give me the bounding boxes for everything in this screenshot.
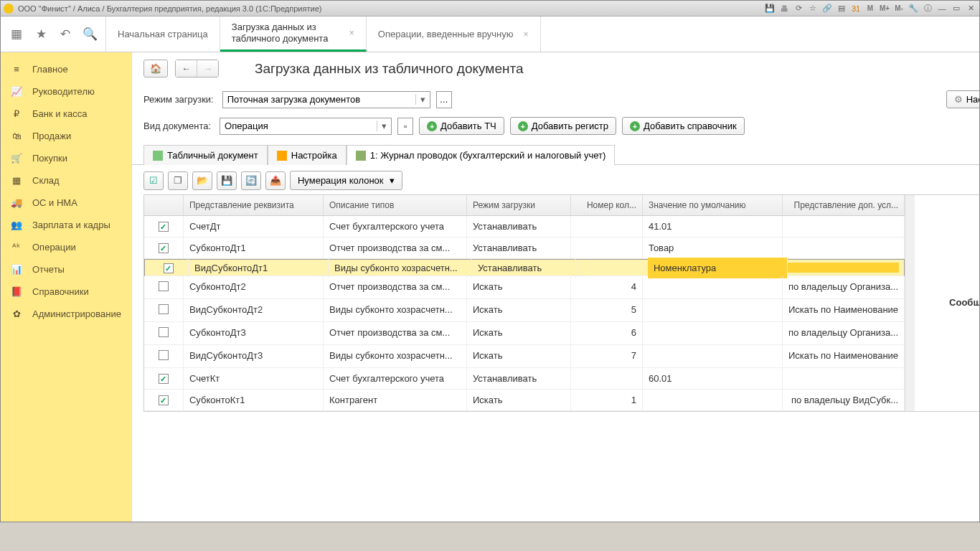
col-condition[interactable]: Представление доп. усл... <box>783 195 905 215</box>
col-mode[interactable]: Режим загрузки <box>467 195 571 215</box>
sidebar-item-8[interactable]: ᴬᵏОперации <box>1 236 131 258</box>
row-checkbox[interactable]: ✓ <box>159 395 169 405</box>
table-row[interactable]: ✓ВидСубконтоДт1Виды субконто хозрасчетн.… <box>144 259 905 276</box>
print-icon[interactable]: 🖶 <box>778 3 790 14</box>
add-tch-button[interactable]: +Добавить ТЧ <box>419 117 504 135</box>
sidebar-label: Зарплата и кадры <box>32 220 110 230</box>
add-directory-button[interactable]: +Добавить справочник <box>622 117 745 135</box>
row-checkbox[interactable] <box>159 327 169 337</box>
col-number[interactable]: Номер кол... <box>571 195 643 215</box>
sidebar-item-2[interactable]: ₽Банк и касса <box>1 103 131 125</box>
table-row[interactable]: ВидСубконтоДт3Виды субконто хозрасчетн..… <box>144 345 905 368</box>
settings-button[interactable]: ⚙Настройка <box>946 90 979 108</box>
calc-icon[interactable]: ▤ <box>836 3 847 14</box>
table-row[interactable]: ВидСубконтоДт2Виды субконто хозрасчетн..… <box>144 299 905 322</box>
row-checkbox[interactable]: ✓ <box>159 243 169 253</box>
sidebar-item-6[interactable]: 🚚ОС и НМА <box>1 192 131 214</box>
tab-close-icon[interactable]: × <box>349 28 354 38</box>
sidebar-item-10[interactable]: 📕Справочники <box>1 281 131 303</box>
sidebar: ≡Главное📈Руководителю₽Банк и касса🛍Прода… <box>1 52 131 522</box>
sidebar-item-7[interactable]: 👥Зарплата и кадры <box>1 214 131 236</box>
column-numbering-button[interactable]: Нумерация колонок▾ <box>290 171 402 190</box>
doc-select[interactable]: Операция ▾ <box>220 118 392 135</box>
subtab-settings[interactable]: Настройка <box>268 145 347 165</box>
apps-icon[interactable]: ▦ <box>9 27 24 42</box>
favorite-icon[interactable]: ★ <box>34 27 48 42</box>
sidebar-icon: 🛒 <box>11 153 22 164</box>
tab-close-icon[interactable]: × <box>524 29 529 39</box>
chevron-down-icon: ▾ <box>390 175 395 186</box>
mminus-button[interactable]: M- <box>893 3 905 14</box>
tab-load-data[interactable]: Загрузка данных из табличного документа … <box>220 17 367 52</box>
export-button[interactable]: 📤 <box>265 171 286 190</box>
doc-open-button[interactable]: ▫ <box>397 118 413 135</box>
subtab-journal[interactable]: 1: Журнал проводок (бухгалтерский и нало… <box>347 145 616 165</box>
link-icon[interactable]: 🔗 <box>821 3 833 14</box>
forward-button[interactable]: → <box>197 60 218 77</box>
check-all-button[interactable]: ☑ <box>143 171 164 190</box>
row-checkbox[interactable]: ✓ <box>159 222 169 232</box>
open-button[interactable]: 📂 <box>192 171 212 190</box>
sidebar-item-3[interactable]: 🛍Продажи <box>1 125 131 147</box>
maximize-icon[interactable]: ▭ <box>951 3 962 14</box>
sidebar-item-0[interactable]: ≡Главное <box>1 58 131 80</box>
mode-value: Поточная загрузка документов <box>227 94 360 105</box>
reload-button[interactable]: 🔄 <box>241 171 261 190</box>
sidebar-icon: ▦ <box>11 175 22 186</box>
sidebar-label: Покупки <box>32 153 67 164</box>
close-icon[interactable]: ✕ <box>965 3 976 14</box>
mode-select[interactable]: Поточная загрузка документов ▾ <box>222 91 430 108</box>
gear-icon <box>277 151 287 161</box>
back-button[interactable]: ← <box>176 60 197 77</box>
table-row[interactable]: ✓СчетКтСчет бухгалтерского учетаУстанавл… <box>144 368 905 390</box>
cell-types: Отчет производства за см... <box>324 237 467 258</box>
table-row[interactable]: СубконтоДт2Отчет производства за см...Ис… <box>144 276 905 299</box>
cell-mode: Искать <box>467 390 571 410</box>
sidebar-item-1[interactable]: 📈Руководителю <box>1 80 131 103</box>
row-checkbox[interactable] <box>159 350 169 360</box>
mplus-button[interactable]: M+ <box>879 3 890 14</box>
refresh-icon[interactable]: ⟳ <box>793 3 804 14</box>
minimize-icon[interactable]: — <box>936 3 948 14</box>
cell-condition: по владельцу Организа... <box>783 322 905 344</box>
sidebar-item-11[interactable]: ✿Администрирование <box>1 303 131 325</box>
row-checkbox[interactable] <box>159 304 169 314</box>
cell-condition <box>783 216 905 237</box>
add-register-button[interactable]: +Добавить регистр <box>510 117 616 135</box>
mode-dialog-button[interactable]: … <box>436 91 452 108</box>
sidebar-item-9[interactable]: 📊Отчеты <box>1 258 131 281</box>
col-requisite[interactable]: Представление реквизита <box>184 195 324 215</box>
messages-label: Сообщения: <box>949 297 979 308</box>
sidebar-label: Справочники <box>32 286 89 297</box>
calendar-icon[interactable]: 31 <box>850 3 862 14</box>
col-default[interactable]: Значение по умолчанию <box>643 195 783 215</box>
col-types[interactable]: Описание типов <box>324 195 467 215</box>
table-scrollbar[interactable] <box>905 195 915 411</box>
sidebar-item-4[interactable]: 🛒Покупки <box>1 147 131 169</box>
table-row[interactable]: ✓СубконтоДт1Отчет производства за см...У… <box>144 237 905 259</box>
row-checkbox[interactable]: ✓ <box>164 263 174 273</box>
star-icon[interactable]: ☆ <box>807 3 819 14</box>
info-icon[interactable]: ⓘ <box>922 3 933 14</box>
sidebar-label: Отчеты <box>32 264 65 275</box>
copy-button[interactable]: ❐ <box>168 171 188 190</box>
table-row[interactable]: СубконтоДт3Отчет производства за см...Ис… <box>144 322 905 345</box>
cell-mode: Устанавливать <box>472 258 576 278</box>
cell-mode: Искать <box>467 299 571 321</box>
tab-operations[interactable]: Операции, введенные вручную × <box>367 17 541 52</box>
wrench-icon[interactable]: 🔧 <box>908 3 919 14</box>
save-icon[interactable]: 💾 <box>764 3 776 14</box>
table-row[interactable]: ✓СчетДтСчет бухгалтерского учетаУстанавл… <box>144 216 905 237</box>
subtab-document[interactable]: Табличный документ <box>143 145 268 165</box>
row-checkbox[interactable]: ✓ <box>159 374 169 384</box>
save-button[interactable]: 💾 <box>217 171 237 190</box>
home-button[interactable]: 🏠 <box>143 60 168 77</box>
cell-condition: Искать по Наименование <box>783 345 905 367</box>
row-checkbox[interactable] <box>159 281 169 291</box>
tab-start[interactable]: Начальная страница <box>106 17 220 52</box>
search-icon[interactable]: 🔍 <box>83 27 97 42</box>
m-button[interactable]: M <box>864 3 876 14</box>
history-icon[interactable]: ↶ <box>58 27 72 42</box>
sidebar-item-5[interactable]: ▦Склад <box>1 169 131 192</box>
table-row[interactable]: ✓СубконтоКт1КонтрагентИскать1по владельц… <box>144 390 905 411</box>
